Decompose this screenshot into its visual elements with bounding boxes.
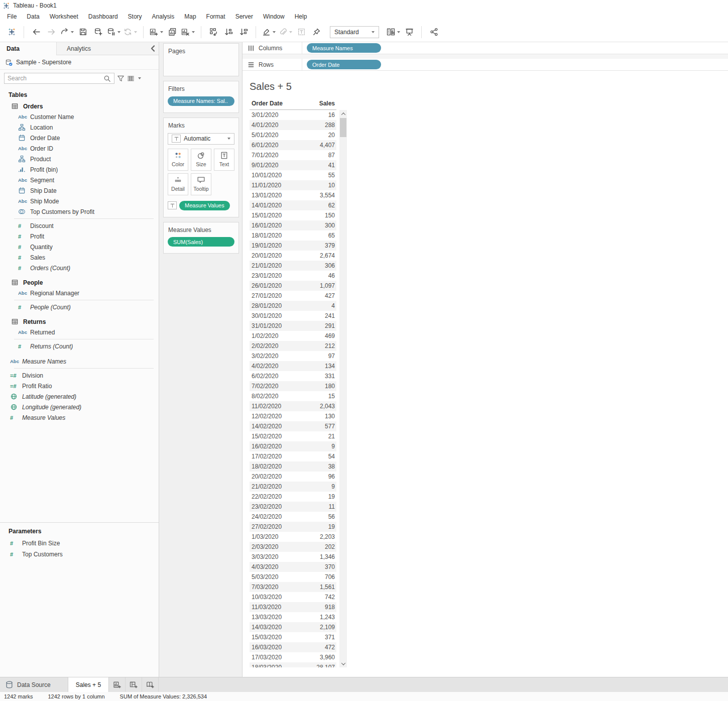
mark-size-button[interactable]: Size bbox=[191, 149, 211, 171]
pill-measure-names[interactable]: Measure Names bbox=[307, 43, 381, 53]
save-button[interactable] bbox=[75, 25, 90, 40]
menu-dashboard[interactable]: Dashboard bbox=[83, 12, 123, 22]
scrollbar-thumb[interactable] bbox=[340, 118, 346, 137]
table-row[interactable]: 11/02/20202,043 bbox=[250, 401, 336, 411]
rows-shelf[interactable]: Rows Order Date bbox=[242, 59, 728, 71]
field-ship-date[interactable]: Ship Date bbox=[0, 185, 159, 196]
new-data-source-button[interactable] bbox=[90, 25, 105, 40]
column-header-order-date[interactable]: Order Date bbox=[250, 100, 310, 109]
collapse-pane-button[interactable] bbox=[147, 42, 159, 55]
datasource-row[interactable]: Sample - Superstore bbox=[0, 55, 159, 70]
pill-order-date[interactable]: Order Date bbox=[307, 60, 381, 69]
mark-detail-button[interactable]: Detail bbox=[168, 173, 188, 195]
menu-map[interactable]: Map bbox=[179, 12, 201, 22]
field-ship-mode[interactable]: AbcShip Mode bbox=[0, 196, 159, 206]
menu-data[interactable]: Data bbox=[22, 12, 44, 22]
table-row[interactable]: 16/03/2020472 bbox=[250, 642, 336, 652]
filter-fields-icon[interactable] bbox=[117, 75, 125, 82]
tab-data-source[interactable]: Data Source bbox=[0, 677, 59, 692]
new-story-tab-button[interactable] bbox=[142, 677, 159, 692]
mark-tooltip-button[interactable]: Tooltip bbox=[191, 173, 211, 195]
table-row[interactable]: 11/03/2020918 bbox=[250, 602, 336, 612]
field-measure-names[interactable]: AbcMeasure Names bbox=[0, 356, 159, 367]
table-row[interactable]: 18/03/202028,107 bbox=[250, 662, 336, 667]
pill-measure-values[interactable]: Measure Values bbox=[179, 201, 230, 210]
parameter-profit-bin-size[interactable]: #Profit Bin Size bbox=[0, 538, 159, 549]
fix-axes-button[interactable] bbox=[309, 25, 324, 40]
table-row[interactable]: 12/02/2020130 bbox=[250, 411, 336, 421]
group-members-button[interactable] bbox=[277, 25, 294, 40]
table-row[interactable]: 8/02/202015 bbox=[250, 391, 336, 401]
table-row[interactable]: 3/03/20201,346 bbox=[250, 552, 336, 562]
menu-worksheet[interactable]: Worksheet bbox=[45, 12, 83, 22]
presentation-mode-button[interactable] bbox=[402, 25, 417, 40]
menu-server[interactable]: Server bbox=[230, 12, 258, 22]
table-row[interactable]: 4/01/2020288 bbox=[250, 120, 336, 130]
table-row[interactable]: 2/02/2020212 bbox=[250, 341, 336, 351]
field-quantity[interactable]: #Quantity bbox=[0, 242, 159, 252]
search-input[interactable] bbox=[8, 75, 103, 82]
share-button[interactable] bbox=[426, 25, 441, 40]
field-customer-name[interactable]: AbcCustomer Name bbox=[0, 111, 159, 122]
field-order-date[interactable]: Order Date bbox=[0, 133, 159, 143]
table-row[interactable]: 15/03/2020371 bbox=[250, 632, 336, 642]
table-row[interactable]: 14/02/2020577 bbox=[250, 421, 336, 431]
pages-shelf[interactable]: Pages bbox=[163, 43, 239, 76]
table-row[interactable]: 7/03/20201,561 bbox=[250, 582, 336, 592]
table-row[interactable]: 27/01/2020427 bbox=[250, 291, 336, 301]
table-row[interactable]: 26/01/20201,097 bbox=[250, 281, 336, 291]
field-orders-count[interactable]: #Orders (Count) bbox=[0, 263, 159, 273]
table-row[interactable]: 23/02/202011 bbox=[250, 502, 336, 512]
table-row[interactable]: 20/02/202096 bbox=[250, 472, 336, 482]
show-me-button[interactable] bbox=[385, 25, 402, 40]
field-profit-bin[interactable]: Profit (bin) bbox=[0, 164, 159, 175]
mark-color-button[interactable]: Color bbox=[168, 149, 188, 171]
pill-measure-names-sal[interactable]: Measure Names: Sal.. bbox=[168, 96, 234, 106]
table-row[interactable]: 9/01/202041 bbox=[250, 160, 336, 170]
field-profit-ratio[interactable]: =#Profit Ratio bbox=[0, 381, 159, 391]
table-row[interactable]: 7/01/202087 bbox=[250, 150, 336, 160]
table-row[interactable]: 13/01/20203,554 bbox=[250, 190, 336, 200]
menu-window[interactable]: Window bbox=[258, 12, 290, 22]
table-row[interactable]: 31/01/2020291 bbox=[250, 321, 336, 331]
table-row[interactable]: 6/01/20204,407 bbox=[250, 140, 336, 150]
sort-descending-button[interactable] bbox=[236, 25, 251, 40]
tab-sheet-sales-5[interactable]: Sales + 5 bbox=[68, 677, 109, 692]
mark-type-select[interactable]: Automatic bbox=[168, 133, 234, 145]
filters-shelf[interactable]: Filters Measure Names: Sal.. bbox=[163, 81, 239, 113]
table-row[interactable]: 24/02/202056 bbox=[250, 512, 336, 522]
table-row[interactable]: 5/01/202020 bbox=[250, 130, 336, 140]
table-group-people[interactable]: People bbox=[0, 277, 159, 288]
table-row[interactable]: 3/02/202097 bbox=[250, 351, 336, 361]
table-row[interactable]: 16/01/2020300 bbox=[250, 220, 336, 230]
table-row[interactable]: 21/02/20209 bbox=[250, 482, 336, 492]
table-row[interactable]: 30/01/2020241 bbox=[250, 311, 336, 321]
table-row[interactable]: 1/03/20202,203 bbox=[250, 532, 336, 542]
field-division[interactable]: =#Division bbox=[0, 370, 159, 381]
sort-ascending-button[interactable] bbox=[221, 25, 236, 40]
scroll-down-icon[interactable] bbox=[339, 660, 347, 667]
new-dashboard-tab-button[interactable] bbox=[126, 677, 142, 692]
redo-button[interactable] bbox=[44, 25, 59, 40]
table-row[interactable]: 16/02/20209 bbox=[250, 441, 336, 451]
menu-help[interactable]: Help bbox=[290, 12, 312, 22]
table-row[interactable]: 11/01/202010 bbox=[250, 180, 336, 190]
table-header[interactable]: Order Date Sales bbox=[250, 100, 336, 110]
menu-analysis[interactable]: Analysis bbox=[147, 12, 180, 22]
table-row[interactable]: 21/01/2020306 bbox=[250, 261, 336, 271]
measure-values-card[interactable]: Measure Values SUM(Sales) bbox=[163, 222, 239, 254]
field-order-id[interactable]: AbcOrder ID bbox=[0, 143, 159, 154]
table-row[interactable]: 1/02/2020469 bbox=[250, 331, 336, 341]
table-row[interactable]: 18/02/202038 bbox=[250, 461, 336, 472]
tab-analytics[interactable]: Analytics bbox=[56, 42, 147, 55]
table-row[interactable]: 10/01/202055 bbox=[250, 170, 336, 180]
field-people-count[interactable]: #People (Count) bbox=[0, 302, 159, 312]
table-row[interactable]: 20/01/20202,674 bbox=[250, 251, 336, 261]
fit-selector[interactable]: Standard bbox=[330, 26, 379, 38]
swap-rows-columns-button[interactable] bbox=[206, 25, 221, 40]
table-group-orders[interactable]: Orders bbox=[0, 101, 159, 111]
marks-card[interactable]: Marks Automatic ColorSizeTextDetailToolt… bbox=[163, 118, 239, 217]
field-measure-values[interactable]: #Measure Values bbox=[0, 412, 159, 423]
table-row[interactable]: 13/03/20201,243 bbox=[250, 612, 336, 622]
field-profit[interactable]: #Profit bbox=[0, 231, 159, 242]
